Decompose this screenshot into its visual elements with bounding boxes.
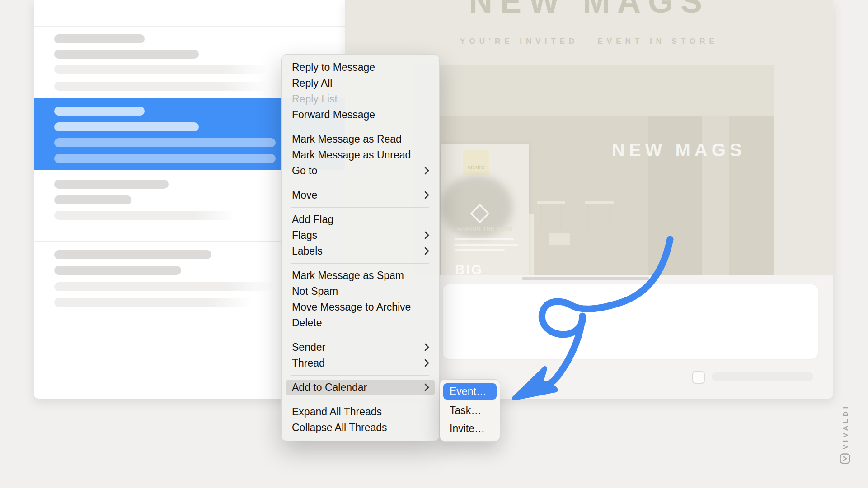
menu-item-delete[interactable]: Delete <box>282 315 439 331</box>
table <box>585 201 614 204</box>
vivaldi-watermark: VIVALDI <box>835 404 855 464</box>
magazine-text-line <box>455 244 518 246</box>
menu-separator <box>291 263 429 264</box>
compose-area[interactable] <box>443 284 818 359</box>
menu-item-mark-message-as-unread[interactable]: Mark Message as Unread <box>282 147 439 163</box>
skeleton-bar <box>54 138 276 147</box>
newsletter-heading: NEW MAGS <box>345 0 833 20</box>
table-leg <box>609 204 610 229</box>
skeleton-bar <box>54 107 145 116</box>
vivaldi-logo-icon <box>840 453 850 464</box>
context-menu: Reply to MessageReply AllReply ListForwa… <box>281 54 440 441</box>
magazine-text-line <box>455 238 514 240</box>
menu-separator <box>291 335 429 335</box>
magazine-cover: vestre MAKING THE PLUS BIG <box>441 144 529 275</box>
menu-item-not-spam[interactable]: Not Spam <box>282 284 439 299</box>
menu-item-mark-message-as-read[interactable]: Mark Message as Read <box>282 131 439 147</box>
skeleton-bar <box>54 154 276 163</box>
newsletter-photo: vestre MAKING THE PLUS BIG NEW MAGS <box>413 65 774 275</box>
menu-separator <box>291 400 429 400</box>
scroll-indicator <box>522 277 649 280</box>
add-to-calendar-submenu: Event…Task…Invite… <box>440 379 500 442</box>
menu-item-thread[interactable]: Thread <box>282 355 439 371</box>
mail-list-header-row <box>34 0 345 27</box>
menu-item-move[interactable]: Move <box>282 187 439 203</box>
chevron-right-icon <box>424 383 429 391</box>
submenu-item-task[interactable]: Task… <box>443 401 497 419</box>
table-leg <box>540 204 542 229</box>
vestre-logo-text: vestre <box>468 163 485 175</box>
big-logo: BIG <box>455 262 483 275</box>
skeleton-bar <box>54 180 169 189</box>
menu-item-reply-list[interactable]: Reply List <box>282 91 439 107</box>
menu-item-add-flag[interactable]: Add Flag <box>282 212 439 228</box>
menu-separator <box>291 183 429 183</box>
menu-item-sender[interactable]: Sender <box>282 339 439 355</box>
menu-item-forward-message[interactable]: Forward Message <box>282 107 439 123</box>
table <box>537 201 565 204</box>
skeleton-bar <box>54 195 131 204</box>
skeleton-bar <box>54 266 181 275</box>
photo-wall <box>413 65 774 116</box>
chevron-right-icon <box>424 359 429 367</box>
menu-separator <box>291 207 429 208</box>
menu-item-labels[interactable]: Labels <box>282 243 439 259</box>
skeleton-bar <box>54 34 145 43</box>
menu-item-mark-message-as-spam[interactable]: Mark Message as Spam <box>282 268 439 284</box>
menu-item-collapse-all-threads[interactable]: Collapse All Threads <box>282 420 439 436</box>
chevron-right-icon <box>424 167 429 175</box>
menu-item-expand-all-threads[interactable]: Expand All Threads <box>282 404 439 420</box>
menu-item-reply-all[interactable]: Reply All <box>282 75 439 91</box>
menu-item-add-to-calendar[interactable]: Add to Calendar <box>286 380 435 395</box>
menu-item-go-to[interactable]: Go to <box>282 163 439 179</box>
checkbox[interactable] <box>692 371 705 384</box>
book-stack <box>549 233 570 245</box>
chevron-right-icon <box>424 191 429 199</box>
table-leg <box>587 204 589 229</box>
photo-overlay-text: NEW MAGS <box>612 140 746 160</box>
skeleton-bar <box>54 282 276 291</box>
vivaldi-watermark-text: VIVALDI <box>841 404 849 449</box>
newsletter-tagline: YOU'RE INVITED - EVENT IN STORE <box>345 37 833 46</box>
skeleton-bar <box>54 122 199 131</box>
magazine-text-line <box>455 249 505 251</box>
menu-item-move-message-to-archive[interactable]: Move Message to Archive <box>282 299 439 315</box>
skeleton-bar <box>54 82 269 91</box>
table-leg <box>560 204 562 229</box>
menu-separator <box>291 127 429 127</box>
skeleton-bar <box>54 65 269 74</box>
submenu-item-invite[interactable]: Invite… <box>443 419 497 437</box>
skeleton-bar <box>54 298 252 307</box>
magazine-title: MAKING THE PLUS <box>441 226 529 232</box>
skeleton-bar <box>54 50 199 59</box>
menu-item-reply-to-message[interactable]: Reply to Message <box>282 60 439 75</box>
submenu-item-event[interactable]: Event… <box>443 383 497 400</box>
chevron-right-icon <box>424 231 429 239</box>
chevron-right-icon <box>424 343 429 351</box>
menu-item-flags[interactable]: Flags <box>282 228 439 243</box>
vestre-logo: vestre <box>463 150 489 175</box>
skeleton-bar <box>54 250 211 259</box>
menu-separator <box>291 375 429 376</box>
chevron-right-icon <box>424 247 429 255</box>
skeleton-bar <box>54 211 235 220</box>
label-placeholder <box>712 372 813 381</box>
